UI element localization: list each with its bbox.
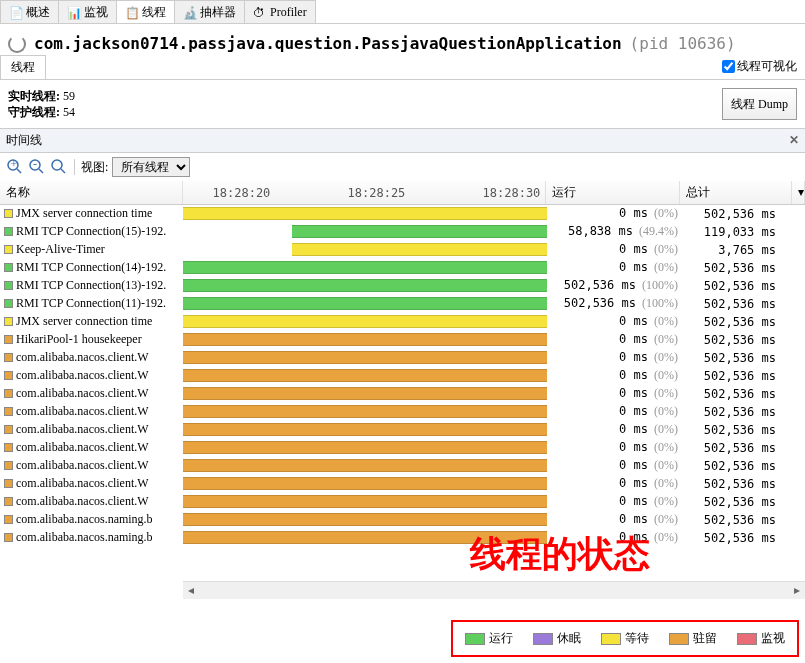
table-row[interactable]: RMI TCP Connection(15)-192.58,838 ms(49.… — [0, 223, 805, 241]
timeline-cell — [183, 367, 547, 384]
total-cell: 502,536 ms — [682, 423, 794, 437]
table-row[interactable]: RMI TCP Connection(13)-192.502,536 ms(10… — [0, 277, 805, 295]
table-row[interactable]: com.alibaba.nacos.client.W0 ms(0%)502,53… — [0, 457, 805, 475]
scroll-right-icon[interactable]: ▸ — [789, 583, 805, 598]
table-row[interactable]: RMI TCP Connection(14)-192.0 ms(0%)502,5… — [0, 259, 805, 277]
thread-bar — [183, 297, 547, 310]
state-icon — [4, 263, 13, 272]
total-cell: 502,536 ms — [682, 207, 794, 221]
state-icon — [4, 209, 13, 218]
tab-1[interactable]: 📊监视 — [58, 0, 117, 23]
timeline-cell — [183, 313, 547, 330]
zoom-out-icon[interactable]: - — [28, 158, 46, 176]
annotation: 线程的状态 — [470, 530, 650, 579]
state-icon — [4, 317, 13, 326]
timeline-cell — [183, 277, 547, 294]
tab-2[interactable]: 📋线程 — [116, 0, 175, 23]
tab-icon: 📋 — [125, 6, 139, 20]
col-name[interactable]: 名称 — [0, 181, 183, 204]
timeline-header: 时间线 ✕ — [0, 128, 805, 153]
thread-name: JMX server connection time — [0, 314, 183, 329]
state-icon — [4, 425, 13, 434]
state-icon — [4, 371, 13, 380]
table-row[interactable]: com.alibaba.nacos.client.W0 ms(0%)502,53… — [0, 475, 805, 493]
run-cell: 58,838 ms(49.4%) — [547, 224, 682, 239]
tab-icon: 📄 — [9, 6, 23, 20]
tab-icon: ⏱ — [253, 6, 267, 20]
thread-name: RMI TCP Connection(14)-192. — [0, 260, 183, 275]
thread-name: com.alibaba.nacos.client.W — [0, 440, 183, 455]
svg-line-4 — [39, 169, 43, 173]
total-cell: 502,536 ms — [682, 297, 794, 311]
viz-checkbox[interactable] — [722, 60, 735, 73]
table-row[interactable]: com.alibaba.nacos.client.W0 ms(0%)502,53… — [0, 349, 805, 367]
timeline-label: 时间线 — [6, 132, 42, 149]
thread-dump-button[interactable]: 线程 Dump — [722, 88, 797, 120]
timeline-cell — [183, 403, 547, 420]
state-icon — [4, 353, 13, 362]
thread-name: RMI TCP Connection(15)-192. — [0, 224, 183, 239]
table-row[interactable]: RMI TCP Connection(11)-192.502,536 ms(10… — [0, 295, 805, 313]
table-row[interactable]: com.alibaba.nacos.client.W0 ms(0%)502,53… — [0, 403, 805, 421]
run-cell: 0 ms(0%) — [547, 458, 682, 473]
tab-3[interactable]: 🔬抽样器 — [174, 0, 245, 23]
run-cell: 0 ms(0%) — [547, 260, 682, 275]
refresh-icon[interactable] — [8, 35, 26, 53]
viz-checkbox-wrap[interactable]: 线程可视化 — [722, 58, 797, 79]
table-row[interactable]: HikariPool-1 housekeeper0 ms(0%)502,536 … — [0, 331, 805, 349]
toolbar: + - 视图: 所有线程 — [0, 153, 805, 181]
timeline-cell — [183, 295, 547, 312]
thread-name: com.alibaba.nacos.client.W — [0, 494, 183, 509]
run-cell: 502,536 ms(100%) — [547, 296, 682, 311]
zoom-fit-icon[interactable] — [50, 158, 68, 176]
close-icon[interactable]: ✕ — [789, 133, 799, 148]
scroll-left-icon[interactable]: ◂ — [183, 583, 199, 598]
h-scrollbar[interactable]: ◂ ▸ — [183, 581, 805, 599]
pid-label: (pid 10636) — [630, 34, 736, 53]
thread-bar — [183, 261, 547, 274]
table-row[interactable]: JMX server connection time0 ms(0%)502,53… — [0, 313, 805, 331]
timeline-cell — [183, 475, 547, 492]
run-cell: 0 ms(0%) — [547, 494, 682, 509]
top-tabs: 📄概述📊监视📋线程🔬抽样器⏱Profiler — [0, 0, 805, 24]
col-total[interactable]: 总计 — [680, 181, 792, 204]
thread-bar — [183, 513, 547, 526]
legend-item: 休眠 — [533, 630, 581, 647]
table-row[interactable]: com.alibaba.nacos.client.W0 ms(0%)502,53… — [0, 493, 805, 511]
zoom-in-icon[interactable]: + — [6, 158, 24, 176]
table-row[interactable]: com.alibaba.nacos.client.W0 ms(0%)502,53… — [0, 421, 805, 439]
svg-text:+: + — [11, 159, 18, 171]
view-select[interactable]: 所有线程 — [112, 157, 190, 177]
state-icon — [4, 389, 13, 398]
table-row[interactable]: com.alibaba.nacos.client.W0 ms(0%)502,53… — [0, 367, 805, 385]
thread-bar — [292, 225, 547, 238]
total-cell: 502,536 ms — [682, 495, 794, 509]
table-row[interactable]: com.alibaba.nacos.naming.b0 ms(0%)502,53… — [0, 511, 805, 529]
col-menu-icon[interactable]: ▾ — [792, 181, 805, 204]
thread-bar — [292, 243, 547, 256]
state-icon — [4, 479, 13, 488]
thread-bar — [183, 495, 547, 508]
col-timeline[interactable]: 18:28:20 18:28:25 18:28:30 — [183, 181, 546, 204]
table-row[interactable]: com.alibaba.nacos.client.W0 ms(0%)502,53… — [0, 385, 805, 403]
timeline-cell — [183, 385, 547, 402]
total-cell: 502,536 ms — [682, 351, 794, 365]
total-cell: 502,536 ms — [682, 315, 794, 329]
stats: 实时线程: 59 守护线程: 54 — [8, 88, 75, 120]
total-cell: 502,536 ms — [682, 477, 794, 491]
tab-4[interactable]: ⏱Profiler — [244, 0, 316, 23]
state-icon — [4, 407, 13, 416]
thread-name: com.alibaba.nacos.client.W — [0, 404, 183, 419]
total-cell: 502,536 ms — [682, 279, 794, 293]
run-cell: 0 ms(0%) — [547, 422, 682, 437]
legend-swatch — [601, 633, 621, 645]
table-row[interactable]: com.alibaba.nacos.naming.b0 ms(0%)502,53… — [0, 529, 805, 547]
thread-name: com.alibaba.nacos.client.W — [0, 458, 183, 473]
tab-threads[interactable]: 线程 — [0, 55, 46, 79]
thread-bar — [183, 387, 547, 400]
col-run[interactable]: 运行 — [546, 181, 681, 204]
table-row[interactable]: JMX server connection time0 ms(0%)502,53… — [0, 205, 805, 223]
table-row[interactable]: Keep-Alive-Timer0 ms(0%)3,765 ms — [0, 241, 805, 259]
tab-0[interactable]: 📄概述 — [0, 0, 59, 23]
table-row[interactable]: com.alibaba.nacos.client.W0 ms(0%)502,53… — [0, 439, 805, 457]
